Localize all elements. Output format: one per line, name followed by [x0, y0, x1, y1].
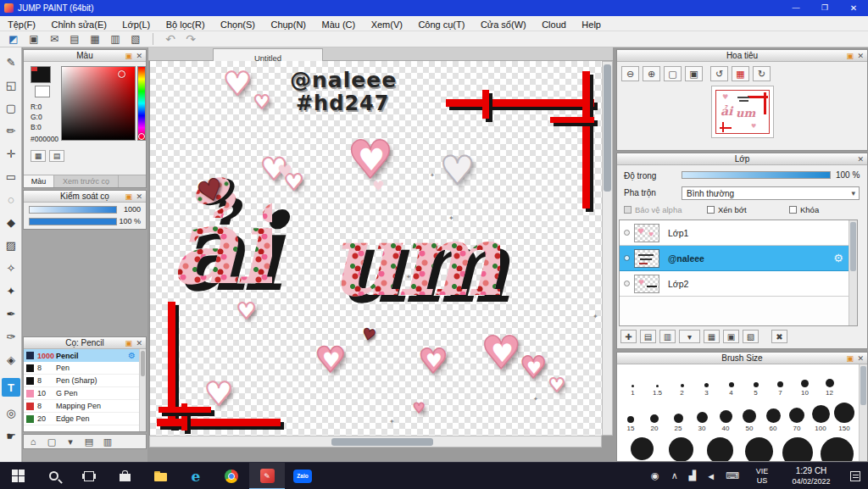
close-icon[interactable]: ✕	[857, 154, 864, 164]
restore-button[interactable]: ❐	[810, 0, 839, 16]
navigator-thumbnail[interactable]: ♥ ♥ ải um	[711, 86, 774, 138]
scrollbar-thumb[interactable]	[850, 222, 856, 271]
network-icon[interactable]: ▟	[689, 470, 696, 481]
comment-icon[interactable]: ✉	[47, 32, 61, 46]
lasso-tool[interactable]: ◌	[2, 190, 20, 208]
start-button[interactable]	[0, 463, 36, 489]
dock-icon[interactable]: ▣	[125, 338, 132, 348]
brush-size-option[interactable]: 5	[743, 366, 768, 397]
brush-size-option[interactable]: 150	[832, 398, 856, 432]
blend-dropdown[interactable]: Bình thường ▾	[682, 186, 860, 200]
fit-view-button[interactable]: ▢	[664, 66, 682, 81]
menu-bo-loc[interactable]: Bộ lọc(R)	[160, 17, 211, 32]
jump-paint-button[interactable]: ✎	[249, 463, 285, 489]
grid-icon[interactable]: ▦	[88, 32, 102, 46]
close-icon[interactable]: ✕	[136, 192, 142, 202]
minimize-button[interactable]: —	[782, 0, 810, 16]
layer-settings-button[interactable]: ▧	[743, 330, 759, 343]
edge-button[interactable]: e	[178, 463, 214, 489]
chevron-up-icon[interactable]: ∧	[671, 470, 678, 481]
brush-settings-icon[interactable]: ⚙	[128, 351, 136, 360]
dock-icon[interactable]: ▣	[125, 192, 132, 202]
task-view-button[interactable]	[71, 463, 107, 489]
menu-cua-so[interactable]: Cửa sổ(W)	[475, 17, 532, 32]
hue-bar[interactable]	[137, 66, 146, 141]
brush-size-option[interactable]	[700, 437, 739, 461]
new-page-layer-button[interactable]: ▤	[640, 330, 656, 343]
people-icon[interactable]: ◉	[651, 470, 659, 481]
brush-size-option[interactable]: 1	[620, 366, 645, 397]
move-tool[interactable]: ✛	[2, 144, 20, 163]
dodge-tool[interactable]: ✧	[2, 258, 20, 277]
brush-row-selected[interactable]: 1000 Pencil ⚙	[24, 349, 139, 362]
clip-checkbox[interactable]	[707, 206, 715, 214]
palette-add-button[interactable]: ▤	[49, 150, 64, 162]
sv-cursor[interactable]	[118, 70, 125, 78]
brush-size-option[interactable]: 4	[719, 366, 743, 397]
canvas-viewport[interactable]: @naleee #hd247 ải ải um um ♥ ♥ ♥ ♥ ♥ ♥ ♥…	[149, 61, 602, 436]
zalo-button[interactable]: Zalo	[285, 463, 320, 489]
brush-size-option[interactable]	[661, 437, 700, 461]
close-icon[interactable]: ✕	[857, 51, 864, 61]
brush-size-option[interactable]: 60	[761, 398, 785, 432]
zoom-out-button[interactable]: ⊖	[621, 66, 639, 81]
folder-button[interactable]: ▥	[101, 435, 114, 448]
menu-xem[interactable]: Xem(V)	[365, 17, 409, 32]
scrollbar-thumb[interactable]	[331, 438, 433, 446]
hand-tool[interactable]: ☛	[2, 426, 20, 445]
brush-row[interactable]: 10 G Pen	[24, 387, 139, 400]
background-swatch[interactable]	[35, 86, 50, 97]
hue-cursor[interactable]	[138, 133, 145, 140]
pen-nib-tool[interactable]: ✒	[2, 304, 20, 323]
wand-tool[interactable]: ✦	[2, 281, 20, 300]
dock-icon[interactable]: ▣	[846, 353, 854, 364]
delete-layer-button[interactable]: ✖	[771, 330, 787, 343]
brush-size-option[interactable]: 100	[809, 398, 832, 432]
layer-row[interactable]: ♥ Lớp2	[620, 271, 849, 297]
keyboard-icon[interactable]: ⌨	[726, 470, 739, 481]
chrome-button[interactable]	[214, 463, 249, 489]
brush-size-option[interactable]: 12	[817, 366, 842, 397]
stamp-tool[interactable]: ◈	[2, 350, 20, 369]
paste-icon[interactable]: ▤	[68, 32, 81, 46]
marquee-tool[interactable]: ▭	[2, 167, 20, 186]
new-page-button[interactable]: ▢	[45, 435, 58, 448]
page-menu-button[interactable]: ▾	[64, 435, 77, 448]
brush-list-scrollbar[interactable]	[139, 349, 146, 431]
brush-size-option[interactable]: 30	[690, 398, 714, 432]
menu-tep[interactable]: Tệp(F)	[2, 17, 42, 32]
language-indicator[interactable]: VIE US	[748, 467, 776, 486]
clock[interactable]: 1:29 CH 04/02/2022	[783, 466, 839, 486]
pencil-tool[interactable]: ✏	[2, 121, 20, 140]
brush-row[interactable]: 8 Pen (Sharp)	[24, 375, 139, 387]
eyedropper-tool[interactable]: ✑	[2, 327, 20, 346]
undo-icon[interactable]: ↶	[164, 32, 177, 46]
close-icon[interactable]: ✕	[136, 338, 142, 348]
brush-size-scrollbar[interactable]	[859, 364, 867, 461]
frame-button[interactable]: ▦	[732, 66, 749, 81]
menu-mau[interactable]: Màu (C)	[315, 17, 361, 32]
dock-icon[interactable]: ▣	[125, 51, 132, 61]
palette-grid-button[interactable]: ▦	[31, 150, 46, 162]
brush-size-option[interactable]: 3	[694, 366, 719, 397]
brush-size-option[interactable]: 20	[643, 398, 666, 432]
eraser-tool[interactable]: ◱	[2, 75, 20, 94]
lock-checkbox[interactable]	[789, 206, 797, 214]
close-button[interactable]: ✕	[839, 0, 868, 16]
dock-icon[interactable]: ▣	[846, 51, 854, 61]
brush-size-slider[interactable]	[29, 206, 117, 214]
canvas-tab[interactable]: Untitled	[213, 48, 323, 61]
brush-size-option[interactable]: 15	[619, 398, 643, 432]
brush-size-option[interactable]: 2	[670, 366, 694, 397]
home-button[interactable]: ⌂	[26, 435, 40, 448]
saturation-value-box[interactable]	[61, 66, 136, 141]
zoom-in-button[interactable]: ⊕	[643, 66, 660, 81]
text-tool[interactable]: T	[2, 378, 20, 397]
menu-cong-cu[interactable]: Công cụ(T)	[412, 17, 470, 32]
opacity-slider[interactable]	[682, 171, 831, 179]
layer-menu-button[interactable]: ▾	[679, 330, 700, 343]
select-icon[interactable]: ◩	[7, 32, 20, 46]
brush-size-option[interactable]: 40	[714, 398, 737, 432]
foreground-swatch[interactable]	[31, 66, 51, 83]
layer-settings-icon[interactable]: ⚙	[833, 252, 843, 264]
